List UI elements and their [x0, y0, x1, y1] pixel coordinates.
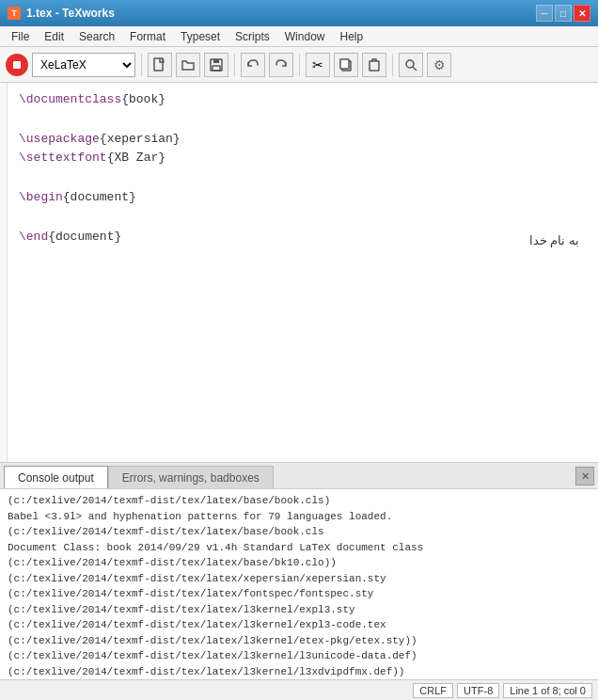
app-icon: T [8, 7, 21, 20]
toolbar-separator-4 [392, 54, 393, 76]
stop-button[interactable] [6, 54, 28, 76]
editor-line-4: \settextfont{XB Zar} [19, 149, 587, 168]
position-indicator: Line 1 of 8; col 0 [503, 683, 592, 698]
svg-point-8 [406, 60, 414, 68]
find-button[interactable] [399, 53, 423, 77]
redo-button[interactable] [269, 53, 293, 77]
encoding-indicator[interactable]: UTF-8 [457, 683, 499, 698]
paste-button[interactable] [362, 53, 386, 77]
console-line: (c:/texlive/2014/texmf-dist/tex/latex/ba… [8, 555, 590, 571]
svg-rect-6 [340, 59, 349, 69]
editor-line-5 [19, 168, 587, 188]
menu-search[interactable]: Search [71, 28, 122, 45]
console-line: (c:/texlive/2014/texmf-dist/tex/latex/l3… [8, 602, 590, 618]
new-file-button[interactable] [148, 53, 172, 77]
svg-line-9 [413, 67, 417, 71]
console-output[interactable]: (c:/texlive/2014/texmf-dist/tex/latex/ba… [0, 489, 598, 679]
save-file-button[interactable] [204, 53, 228, 77]
console-line: (c:/texlive/2014/texmf-dist/tex/latex/ba… [8, 493, 590, 509]
tab-console-output[interactable]: Console output [4, 466, 108, 488]
console-line: (c:/texlive/2014/texmf-dist/tex/latex/xe… [8, 571, 590, 587]
svg-rect-7 [370, 61, 379, 71]
rtl-text: به نام خدا [529, 233, 579, 247]
tab-bar: Console output Errors, warnings, badboxe… [0, 463, 598, 489]
window-title: 1.tex - TeXworks [26, 7, 115, 20]
menu-format[interactable]: Format [122, 28, 173, 45]
editor-line-6: \begin{document} [19, 188, 587, 208]
toolbar-separator-3 [299, 54, 300, 76]
editor-gutter [0, 83, 8, 462]
engine-select[interactable]: XeLaTeX pdfLaTeX LuaLaTeX [32, 53, 135, 77]
console-line: (c:/texlive/2014/texmf-dist/tex/latex/l3… [8, 633, 590, 649]
console-line: (c:/texlive/2014/texmf-dist/tex/latex/fo… [8, 586, 590, 602]
editor-line-3: \usepackage{xepersian} [19, 130, 587, 150]
menu-bar: File Edit Search Format Typeset Scripts … [0, 26, 598, 47]
console-line: (c:/texlive/2014/texmf-dist/tex/latex/l3… [8, 648, 590, 664]
menu-window[interactable]: Window [277, 28, 333, 45]
svg-rect-1 [154, 58, 163, 71]
editor-area[interactable]: \documentclass{book} \usepackage{xepersi… [0, 83, 598, 463]
console-line: (c:/texlive/2014/texmf-dist/tex/latex/l3… [8, 617, 590, 633]
svg-rect-3 [213, 59, 219, 63]
window-controls: ─ □ ✕ [536, 5, 590, 22]
menu-file[interactable]: File [4, 28, 37, 45]
menu-typeset[interactable]: Typeset [173, 28, 228, 45]
console-line: (c:/texlive/2014/texmf-dist/tex/latex/ba… [8, 524, 590, 540]
svg-rect-4 [212, 66, 220, 71]
menu-edit[interactable]: Edit [37, 28, 71, 45]
title-bar: T 1.tex - TeXworks ─ □ ✕ [0, 0, 598, 26]
maximize-button[interactable]: □ [555, 5, 572, 22]
console-line: Document Class: book 2014/09/29 v1.4h St… [8, 540, 590, 556]
editor-line-1: \documentclass{book} [19, 90, 587, 110]
open-file-button[interactable] [176, 53, 200, 77]
editor-line-7 [19, 208, 587, 228]
menu-help[interactable]: Help [332, 28, 370, 45]
console-line: Babel <3.9l> and hyphenation patterns fo… [8, 509, 590, 525]
menu-scripts[interactable]: Scripts [228, 28, 277, 45]
svg-rect-0 [13, 61, 21, 69]
undo-button[interactable] [241, 53, 265, 77]
minimize-button[interactable]: ─ [536, 5, 553, 22]
line-ending-indicator[interactable]: CRLF [413, 683, 453, 698]
settings-button[interactable]: ⚙ [427, 53, 451, 77]
console-line: (c:/texlive/2014/texmf-dist/tex/latex/l3… [8, 664, 590, 680]
toolbar-separator-1 [141, 54, 142, 76]
toolbar: XeLaTeX pdfLaTeX LuaLaTeX ✂ [0, 47, 598, 83]
editor-line-8: \end{document} [19, 228, 587, 247]
console-area: Console output Errors, warnings, badboxe… [0, 463, 598, 679]
close-button[interactable]: ✕ [574, 5, 590, 22]
editor-content[interactable]: \documentclass{book} \usepackage{xepersi… [0, 83, 598, 254]
editor-line-2 [19, 110, 587, 130]
toolbar-separator-2 [234, 54, 235, 76]
copy-button[interactable] [334, 53, 358, 77]
console-close-button[interactable]: ✕ [575, 467, 594, 485]
tab-errors-warnings[interactable]: Errors, warnings, badboxes [108, 466, 274, 488]
cut-button[interactable]: ✂ [306, 53, 330, 77]
status-bar: CRLF UTF-8 Line 1 of 8; col 0 [0, 679, 598, 700]
